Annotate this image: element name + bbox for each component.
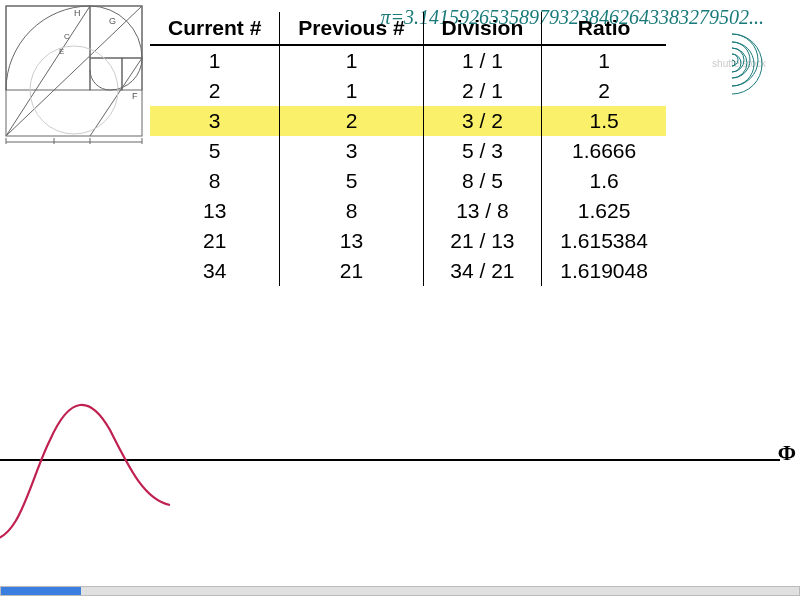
cell-ratio: 1.5 bbox=[542, 106, 666, 136]
spiral-label-f: F bbox=[132, 91, 138, 101]
cell-division: 13 / 8 bbox=[423, 196, 542, 226]
table-row: 111 / 11 bbox=[150, 45, 666, 76]
cell-division: 21 / 13 bbox=[423, 226, 542, 256]
fibonacci-ratio-table: Current # Previous # Division Ratio 111 … bbox=[150, 12, 666, 286]
cell-current: 3 bbox=[150, 106, 280, 136]
cell-division: 34 / 21 bbox=[423, 256, 542, 286]
table-row: 858 / 51.6 bbox=[150, 166, 666, 196]
cell-previous: 2 bbox=[280, 106, 423, 136]
playback-progress[interactable] bbox=[0, 586, 800, 596]
cell-current: 1 bbox=[150, 45, 280, 76]
cell-ratio: 1.619048 bbox=[542, 256, 666, 286]
table-header-row: Current # Previous # Division Ratio bbox=[150, 12, 666, 45]
cell-previous: 3 bbox=[280, 136, 423, 166]
cell-ratio: 1.6 bbox=[542, 166, 666, 196]
svg-rect-1 bbox=[6, 6, 90, 90]
col-division: Division bbox=[423, 12, 542, 45]
cell-previous: 5 bbox=[280, 166, 423, 196]
cell-previous: 13 bbox=[280, 226, 423, 256]
cell-ratio: 1.6666 bbox=[542, 136, 666, 166]
cell-division: 3 / 2 bbox=[423, 106, 542, 136]
cell-division: 2 / 1 bbox=[423, 76, 542, 106]
table-row: 212 / 12 bbox=[150, 76, 666, 106]
cell-previous: 21 bbox=[280, 256, 423, 286]
pi-digit-spiral bbox=[672, 8, 792, 118]
cell-current: 2 bbox=[150, 76, 280, 106]
cell-current: 13 bbox=[150, 196, 280, 226]
table-row: 342134 / 211.619048 bbox=[150, 256, 666, 286]
cell-division: 1 / 1 bbox=[423, 45, 542, 76]
table-row: 323 / 21.5 bbox=[150, 106, 666, 136]
cell-current: 21 bbox=[150, 226, 280, 256]
phi-axis-label: Φ bbox=[778, 440, 796, 466]
playback-progress-fill bbox=[1, 587, 81, 595]
svg-rect-3 bbox=[90, 58, 122, 90]
cell-ratio: 2 bbox=[542, 76, 666, 106]
cell-ratio: 1.615384 bbox=[542, 226, 666, 256]
cell-current: 34 bbox=[150, 256, 280, 286]
ratio-wave bbox=[0, 405, 170, 540]
cell-division: 8 / 5 bbox=[423, 166, 542, 196]
spiral-label-e: E bbox=[59, 47, 64, 56]
cell-ratio: 1 bbox=[542, 45, 666, 76]
table-row: 211321 / 131.615384 bbox=[150, 226, 666, 256]
golden-spiral-diagram: H G F C E B D bbox=[4, 4, 144, 144]
table-row: 13813 / 81.625 bbox=[150, 196, 666, 226]
cell-ratio: 1.625 bbox=[542, 196, 666, 226]
cell-current: 5 bbox=[150, 136, 280, 166]
svg-line-5 bbox=[6, 6, 90, 136]
cell-previous: 1 bbox=[280, 76, 423, 106]
convergence-plot bbox=[0, 360, 800, 560]
cell-previous: 8 bbox=[280, 196, 423, 226]
cell-current: 8 bbox=[150, 166, 280, 196]
spiral-label-g: G bbox=[109, 16, 116, 26]
spiral-label-h: H bbox=[74, 8, 81, 18]
col-ratio: Ratio bbox=[542, 12, 666, 45]
col-current: Current # bbox=[150, 12, 280, 45]
col-previous: Previous # bbox=[280, 12, 423, 45]
cell-division: 5 / 3 bbox=[423, 136, 542, 166]
cell-previous: 1 bbox=[280, 45, 423, 76]
table-row: 535 / 31.6666 bbox=[150, 136, 666, 166]
spiral-label-c: C bbox=[64, 32, 70, 41]
